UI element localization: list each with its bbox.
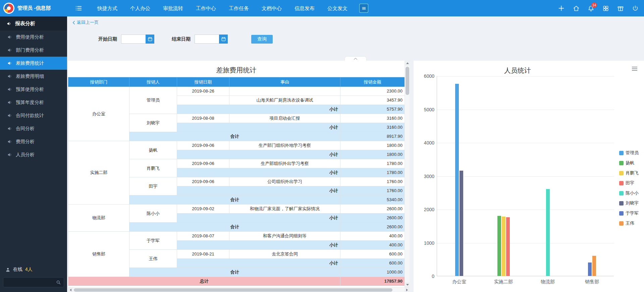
chart-bar[interactable]: [592, 256, 596, 276]
person-cell: 陈小小: [129, 205, 177, 223]
date-cell: 2019-08-21: [177, 250, 229, 259]
sidebar-item-label: 人员分析: [16, 152, 35, 158]
notifications-button[interactable]: 14: [588, 5, 594, 12]
date-cell: [177, 96, 229, 105]
scroll-right-button[interactable]: [405, 288, 410, 292]
legend-swatch: [619, 191, 624, 195]
chart-bar[interactable]: [455, 84, 459, 276]
sidebar-item[interactable]: 合同付款统计: [0, 109, 67, 122]
topbar-menu-item[interactable]: 个人办公: [124, 0, 157, 16]
y-axis-tick: 5000: [417, 107, 434, 112]
y-axis-tick: 0: [417, 274, 434, 279]
legend-item[interactable]: 刘晓宇: [619, 200, 639, 206]
topbar-menu-item[interactable]: 审批流转: [157, 0, 190, 16]
topbar-menu-item[interactable]: 公文发文: [321, 0, 354, 16]
start-date-calendar-button[interactable]: [146, 35, 154, 44]
legend-item[interactable]: 扬帆: [619, 160, 639, 166]
subtotal-label-cell: 小计: [177, 105, 340, 114]
amount-cell: 2300.00: [340, 87, 405, 96]
legend-item[interactable]: 管理员: [619, 150, 639, 156]
sidebar-item[interactable]: 部门费用分析: [0, 44, 67, 57]
query-button[interactable]: 查询: [251, 35, 273, 44]
department-cell: 销售部: [68, 232, 129, 277]
subtotal-amount-cell: 400.00: [340, 241, 405, 250]
sidebar-item-label: 差旅费用统计: [16, 60, 44, 66]
sidebar-search-input[interactable]: [6, 280, 56, 285]
end-date-input[interactable]: [195, 35, 219, 44]
sidebar-section-header[interactable]: 报表分析: [0, 16, 67, 31]
subtotal-label-cell: 小计: [177, 123, 340, 132]
sidebar-item[interactable]: 预算年度分析: [0, 96, 67, 109]
topbar-menu-item[interactable]: 工作中心: [190, 0, 222, 16]
legend-item[interactable]: 于学军: [619, 210, 639, 216]
topbar-menu: 快捷方式个人办公审批流转工作中心工作任务文档中心信息发布公文发文: [91, 0, 354, 16]
total-label-cell: 合计: [129, 268, 340, 277]
topbar-menu-item[interactable]: 文档中心: [255, 0, 288, 16]
chart-bar[interactable]: [506, 217, 510, 276]
home-button[interactable]: [573, 5, 580, 12]
apps-grid-button[interactable]: [602, 5, 609, 12]
topbar-menu-item[interactable]: 工作任务: [222, 0, 255, 16]
chart-toolbox-icon[interactable]: [632, 67, 637, 71]
speaker-icon: [7, 35, 12, 40]
horizontal-scrollbar-thumb[interactable]: [74, 288, 392, 292]
x-axis-label: 办公室: [452, 279, 466, 285]
sidebar-item-label: 费用分析: [16, 139, 35, 145]
x-axis-label: 销售部: [585, 279, 599, 285]
sidebar-item[interactable]: 预算使用分析: [0, 83, 67, 96]
more-menu-button[interactable]: [359, 4, 368, 13]
topbar-menu-item[interactable]: 信息发布: [288, 0, 321, 16]
scroll-down-button[interactable]: [405, 282, 410, 287]
start-date-input[interactable]: [121, 35, 146, 44]
legend-item[interactable]: 陈小小: [619, 190, 639, 196]
end-date-label: 结束日期: [172, 36, 191, 42]
online-label: 在线: [13, 267, 22, 273]
back-link[interactable]: 返回上一页: [72, 19, 99, 25]
sidebar-item[interactable]: 费用使用分析: [0, 31, 67, 44]
scroll-left-button[interactable]: [68, 288, 73, 292]
vertical-scrollbar-thumb[interactable]: [406, 67, 409, 95]
gridline: [437, 176, 614, 177]
sidebar-item[interactable]: 费用分析: [0, 135, 67, 148]
subtotal-label-cell: 小计: [177, 241, 340, 250]
chart-bar[interactable]: [497, 216, 501, 276]
chart-bar[interactable]: [546, 189, 550, 276]
logout-button[interactable]: [632, 5, 639, 12]
horizontal-scrollbar[interactable]: [68, 287, 410, 292]
add-button[interactable]: [558, 5, 565, 12]
topbar-menu-item[interactable]: 快捷方式: [91, 0, 124, 16]
sidebar-item[interactable]: 差旅费用明细: [0, 70, 67, 83]
amount-cell: 400.00: [340, 232, 405, 241]
legend-label: 陈小小: [626, 190, 639, 196]
y-axis-tick: 4000: [417, 140, 434, 145]
subtotal-label-cell: 小计: [177, 186, 340, 195]
sidebar-item[interactable]: 差旅费用统计: [0, 57, 67, 70]
chart-bar[interactable]: [588, 262, 592, 276]
sidebar-item-label: 差旅费用明细: [16, 73, 44, 79]
sidebar-item[interactable]: 人员分析: [0, 148, 67, 161]
legend-item[interactable]: 田宇: [619, 180, 639, 186]
sidebar-item[interactable]: 合同分析: [0, 122, 67, 135]
person-icon: [5, 267, 10, 272]
legend-swatch: [619, 201, 624, 206]
package-button[interactable]: [617, 5, 624, 12]
date-cell: 2019-09-06: [177, 141, 229, 150]
menu-toggle-icon[interactable]: [75, 5, 82, 12]
back-chevron-icon: [72, 20, 75, 25]
legend-item[interactable]: 肖鹏飞: [619, 170, 639, 176]
scroll-up-button[interactable]: [405, 61, 410, 66]
legend-item[interactable]: 王伟: [619, 220, 639, 226]
speaker-icon: [7, 100, 12, 105]
vertical-scrollbar[interactable]: [405, 61, 410, 287]
gridline: [437, 210, 614, 210]
chart-bar[interactable]: [460, 171, 463, 276]
end-date-calendar-button[interactable]: [219, 35, 228, 44]
subtotal-label-cell: 小计: [177, 150, 340, 159]
collapse-filter-tab[interactable]: [344, 56, 367, 61]
search-icon[interactable]: [56, 280, 61, 285]
amount-cell: 3457.90: [340, 96, 405, 105]
y-axis-tick: 1000: [417, 240, 434, 246]
chart-bar[interactable]: [502, 217, 505, 276]
person-cell: 扬帆: [129, 141, 177, 159]
amount-cell: 3160.00: [340, 114, 405, 123]
